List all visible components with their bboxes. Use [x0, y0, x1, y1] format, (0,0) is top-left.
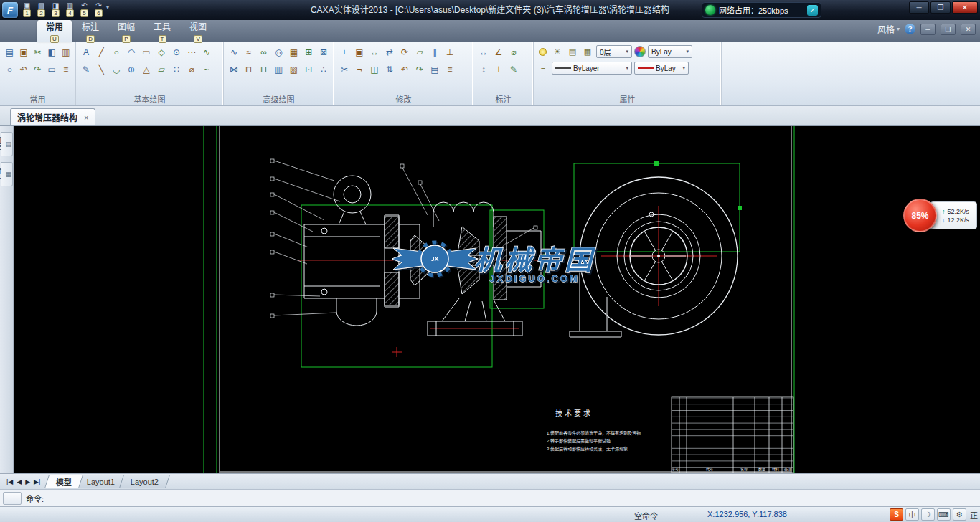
ribbon-icon[interactable]: ○ — [109, 45, 123, 60]
ribbon-icon[interactable]: ⊥ — [491, 62, 506, 77]
ribbon-icon[interactable]: ∿ — [199, 45, 214, 60]
ribbon-icon[interactable]: ⋯ — [184, 45, 199, 60]
linecolor-select[interactable]: ByLay ▾ — [634, 62, 689, 75]
ribbon-icon[interactable]: ⊔ — [257, 62, 271, 77]
ribbon-icon[interactable]: ∿ — [227, 45, 241, 60]
ribbon-icon[interactable]: ▥ — [59, 45, 72, 60]
ribbon-icon[interactable]: ~ — [199, 62, 214, 77]
ribbon-icon[interactable]: ↔ — [367, 45, 382, 60]
ribbon-icon[interactable]: ▥ — [272, 62, 286, 77]
ribbon-icon[interactable]: ⊡ — [301, 62, 316, 77]
drawing-canvas[interactable]: 技术要求 1.装配前各零件必须清洗干净，不得有毛刺及污物 2.转子部件装配后需做… — [14, 126, 980, 473]
color-wheel-icon[interactable] — [634, 46, 646, 57]
ribbon-icon[interactable]: ▤ — [3, 45, 17, 60]
ribbon-icon[interactable]: ▣ — [17, 45, 31, 60]
tab-annotate[interactable]: 标注 D — [73, 20, 108, 42]
ribbon-icon[interactable]: ▭ — [45, 62, 59, 77]
line-weight-icon[interactable]: ≡ — [537, 62, 550, 75]
ribbon-icon[interactable]: ⇅ — [382, 62, 397, 77]
doc-restore-button[interactable]: ❐ — [941, 24, 956, 35]
ribbon-icon[interactable]: △ — [139, 62, 154, 77]
side-tab-library[interactable]: ▤ 图库 — [1, 132, 13, 156]
sogou-ime-icon[interactable]: S — [890, 508, 903, 521]
qat-customize-caret-icon[interactable]: ▾ — [106, 4, 109, 11]
ime-language-icon[interactable]: 中 — [905, 508, 919, 521]
ribbon-icon[interactable]: ⊥ — [443, 45, 457, 60]
help-icon[interactable]: ? — [905, 24, 915, 34]
ribbon-icon[interactable]: ⊞ — [301, 45, 316, 60]
linestyle-select[interactable]: ByLayer ▾ — [552, 62, 632, 75]
tab-sheet[interactable]: 图幅 P — [109, 20, 143, 42]
ribbon-icon[interactable]: ╱ — [94, 45, 108, 60]
qat-item-3[interactable]: ◨ 3 — [50, 1, 62, 17]
ribbon-icon[interactable]: ▣ — [352, 45, 367, 60]
ribbon-icon[interactable]: ✎ — [79, 62, 93, 77]
ribbon-icon[interactable]: ≈ — [242, 45, 256, 60]
model-tab-model[interactable]: 模型 — [44, 475, 83, 488]
qat-item-1[interactable]: ▣ 1 — [21, 1, 33, 17]
ribbon-icon[interactable]: ▤ — [428, 62, 442, 77]
model-tab-layout2[interactable]: Layout2 — [118, 475, 169, 488]
qat-item-6[interactable]: ↷ 6 — [93, 1, 105, 17]
ribbon-icon[interactable]: ∴ — [316, 62, 331, 77]
ribbon-icon[interactable]: ✂ — [337, 62, 352, 77]
ribbon-icon[interactable]: ≡ — [59, 62, 72, 77]
network-check-icon[interactable]: ✓ — [807, 5, 818, 16]
tab-nav-arrow-icon[interactable]: |◀ — [6, 478, 13, 485]
ribbon-icon[interactable]: ↕ — [476, 62, 491, 77]
ribbon-icon[interactable]: ◇ — [154, 45, 169, 60]
ribbon-icon[interactable]: ↷ — [413, 62, 427, 77]
ribbon-icon[interactable]: ⌀ — [184, 62, 199, 77]
layer-lock-icon[interactable]: ▦ — [581, 45, 594, 58]
qat-item-4[interactable]: ▥ 4 — [64, 1, 76, 17]
app-logo[interactable]: F — [2, 2, 18, 18]
ribbon-icon[interactable]: ⊠ — [316, 45, 331, 60]
doc-minimize-button[interactable]: ─ — [920, 24, 936, 35]
ribbon-icon[interactable]: ◎ — [272, 45, 286, 60]
layer-select[interactable]: 0层 ▾ — [596, 45, 632, 58]
layer-print-icon[interactable]: ▤ — [566, 45, 579, 58]
ribbon-icon[interactable]: ⊕ — [124, 62, 138, 77]
network-usage-badge[interactable]: 网络占用：250kbps ✓ — [702, 2, 821, 18]
ribbon-icon[interactable]: ▱ — [154, 62, 169, 77]
ribbon-icon[interactable]: ¬ — [352, 62, 367, 77]
tab-tools[interactable]: 工具 T — [145, 20, 179, 42]
command-prompt[interactable]: 命令: — [26, 493, 44, 504]
ime-settings-icon[interactable]: ⚙ — [953, 508, 966, 521]
ime-softkeyboard-icon[interactable]: ⌨ — [937, 508, 951, 521]
brightness-icon[interactable]: ☀ — [551, 45, 564, 58]
side-tab-properties[interactable]: ▦ 特性 — [1, 162, 13, 186]
color-select[interactable]: ByLay ▾ — [648, 45, 692, 58]
memory-percent-ball[interactable]: 85% — [903, 199, 937, 232]
ribbon-icon[interactable]: ↶ — [397, 62, 412, 77]
ribbon-icon[interactable]: ↔ — [476, 45, 491, 60]
ribbon-icon[interactable]: ▭ — [139, 45, 154, 60]
document-tab-close-icon[interactable]: × — [84, 113, 88, 122]
ribbon-icon[interactable]: ○ — [3, 62, 17, 77]
tab-nav-arrow-icon[interactable]: ▶| — [34, 478, 40, 485]
ribbon-icon[interactable]: ↷ — [31, 62, 44, 77]
ribbon-icon[interactable]: ◠ — [124, 45, 138, 60]
tab-view[interactable]: 视图 V — [181, 20, 215, 42]
ribbon-icon[interactable]: ⊙ — [169, 45, 184, 60]
ribbon-icon[interactable]: ◫ — [367, 62, 382, 77]
ribbon-icon[interactable]: ╲ — [94, 62, 108, 77]
close-button[interactable]: ✕ — [952, 1, 978, 14]
layer-visibility-icon[interactable] — [539, 48, 547, 56]
tab-nav-arrow-icon[interactable]: ▶ — [25, 478, 30, 485]
ribbon-icon[interactable]: ◧ — [45, 45, 59, 60]
ribbon-icon[interactable]: ∠ — [491, 45, 506, 60]
style-button[interactable]: 风格 ▾ — [877, 23, 900, 35]
qat-item-5[interactable]: ↶ 5 — [78, 1, 90, 17]
ribbon-icon[interactable]: + — [337, 45, 352, 60]
ribbon-icon[interactable]: ∷ — [169, 62, 184, 77]
drawing-svg[interactable]: 技术要求 1.装配前各零件必须清洗干净，不得有毛刺及污物 2.转子部件装配后需做… — [14, 126, 980, 473]
command-line-bar[interactable]: 命令: — [0, 489, 980, 506]
ribbon-icon[interactable]: ⊓ — [242, 62, 256, 77]
ribbon-icon[interactable]: ✂ — [31, 45, 44, 60]
ribbon-icon[interactable]: ✎ — [507, 62, 521, 77]
ribbon-icon[interactable]: ⌀ — [507, 45, 521, 60]
ribbon-icon[interactable]: ▨ — [286, 62, 301, 77]
doc-close-button[interactable]: ✕ — [961, 24, 976, 35]
ribbon-icon[interactable]: ◡ — [109, 62, 123, 77]
